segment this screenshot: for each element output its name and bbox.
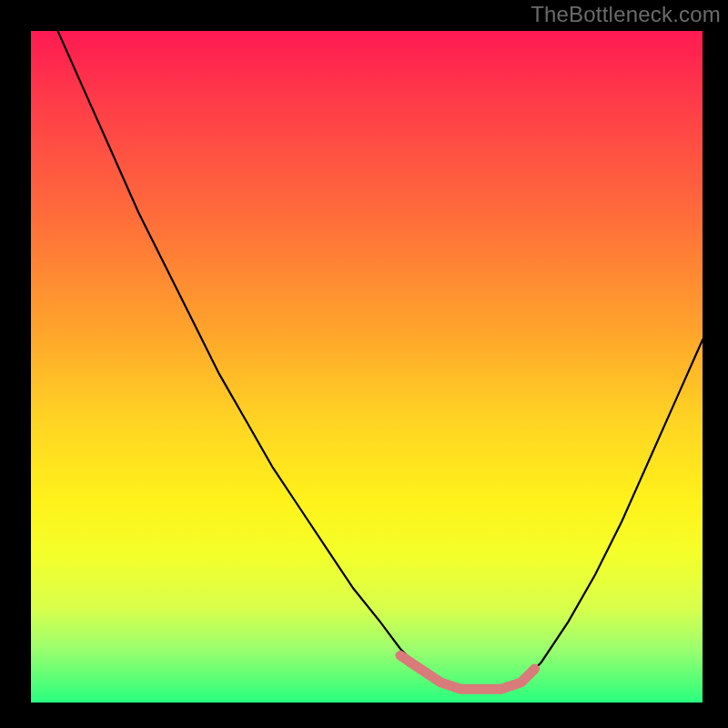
chart-frame: TheBottleneck.com <box>0 0 728 728</box>
watermark-text: TheBottleneck.com <box>531 2 721 27</box>
curve-layer <box>31 31 703 703</box>
highlight-region <box>400 655 535 689</box>
plot-area <box>31 31 703 703</box>
bottleneck-curve <box>31 31 703 689</box>
